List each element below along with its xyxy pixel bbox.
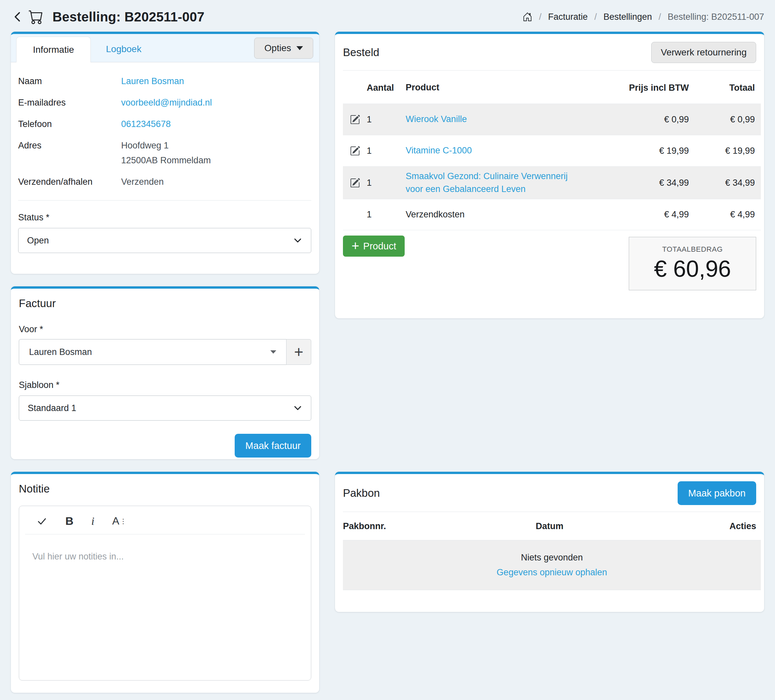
notes-input[interactable]: Vul hier uw notities in... [19,534,311,634]
italic-icon[interactable]: i [91,515,95,527]
chevron-down-icon [293,236,302,245]
field-label: E-mailadres [18,98,121,108]
order-detail-page: Bestelling: B202511-007 / Facturatie / B… [0,0,775,700]
field-label: Naam [18,76,121,86]
field-label: Telefoon [18,119,121,129]
opties-button[interactable]: Opties [254,38,313,59]
triangle-down-icon [270,350,276,353]
add-product-label: Product [363,241,396,252]
info-row-telefoon: Telefoon 0612345678 [18,119,311,129]
table-row: 1 Verzendkosten € 4,99 € 4,99 [343,199,761,230]
empty-state-text: Niets gevonden [521,552,583,563]
info-row-adres: Adres Hoofdweg 1 12500AB Rommeldam [18,141,311,166]
caret-down-icon [296,46,303,50]
phone-link[interactable]: 0612345678 [121,119,171,129]
back-button[interactable] [11,9,24,25]
home-icon [522,12,532,22]
check-icon[interactable] [36,516,48,527]
font-size-icon[interactable]: A⋮ [112,515,126,527]
qty-cell: 1 [367,209,406,220]
product-link[interactable]: Smaakvol Gezond: Culinaire Verwennerij v… [406,171,568,194]
status-select[interactable]: Open [18,228,311,253]
pencil-square-icon [350,146,360,156]
pakbon-table-header: Pakbonnr. Datum Acties [335,512,764,540]
field-label: Adres [18,141,121,166]
product-link[interactable]: Vitamine C-1000 [406,146,472,155]
besteld-card: Besteld Verwerk retournering Aantal Prod… [335,32,764,318]
tab-informatie[interactable]: Informatie [16,36,91,62]
tab-strip: Informatie Logboek Opties [11,34,319,62]
maak-factuur-button[interactable]: Maak factuur [234,434,311,458]
edit-row-button[interactable] [349,144,361,158]
customer-name-link[interactable]: Lauren Bosman [121,76,184,86]
breadcrumb-facturatie[interactable]: Facturatie [548,12,588,22]
breadcrumb-current: Bestelling: B202511-007 [668,12,764,22]
total-cell: € 34,99 [690,178,761,188]
chevron-down-icon [293,403,302,413]
product-link[interactable]: Wierook Vanille [406,114,467,124]
maak-pakbon-button[interactable]: Maak pakbon [678,481,756,505]
top-bar: Bestelling: B202511-007 / Facturatie / B… [11,6,764,28]
add-product-button[interactable]: + Product [343,236,405,257]
maak-pakbon-label: Maak pakbon [688,488,746,499]
address-value: Hoofdweg 1 12500AB Rommeldam [121,141,211,166]
order-items-table: Aantal Product Prijs incl BTW Totaal 1 W… [335,71,764,230]
total-cell: € 4,99 [690,209,761,220]
reload-data-link[interactable]: Gegevens opnieuw ophalen [497,567,607,577]
info-row-naam: Naam Lauren Bosman [18,76,311,86]
factuur-card-title: Factuur [19,297,311,310]
italic-glyph: i [91,515,95,527]
shopping-cart-icon [28,10,44,24]
sjabloon-select[interactable]: Standaard 1 [19,395,311,421]
voor-select-value: Lauren Bosman [29,347,92,357]
verwerk-retournering-button[interactable]: Verwerk retournering [651,42,756,63]
voor-label: Voor * [19,324,311,335]
font-dots-glyph: ⋮ [120,517,126,525]
table-row: 1 Smaakvol Gezond: Culinaire Verwennerij… [343,166,761,199]
shipping-method-value: Verzenden [121,177,164,187]
address-line1: Hoofdweg 1 [121,141,211,151]
notitie-card-title: Notitie [19,483,311,495]
sjabloon-select-value: Standaard 1 [28,403,76,413]
pencil-square-icon [350,178,360,188]
col-acties: Acties [619,521,756,531]
pakbon-card: Pakbon Maak pakbon Pakbonnr. Datum Actie… [335,472,764,612]
info-row-email: E-mailadres voorbeeld@mijndiad.nl [18,98,311,108]
breadcrumb-separator: / [594,12,597,22]
price-cell: € 0,99 [581,114,690,125]
address-line2: 12500AB Rommeldam [121,155,211,166]
breadcrumb-separator: / [539,12,542,22]
total-cell: € 0,99 [690,114,761,125]
edit-row-button[interactable] [349,113,361,126]
col-pakbonnr: Pakbonnr. [343,521,481,531]
bold-glyph: B [65,514,73,527]
empty-state: Niets gevonden Gegevens opnieuw ophalen [343,540,761,590]
qty-cell: 1 [367,178,406,188]
voor-select[interactable]: Lauren Bosman [19,339,286,365]
breadcrumb-bestellingen[interactable]: Bestellingen [604,12,652,22]
bold-icon[interactable]: B [65,514,73,527]
col-datum: Datum [481,521,618,531]
product-name: Verzendkosten [406,208,581,221]
informatie-body: Naam Lauren Bosman E-mailadres voorbeeld… [11,62,319,253]
table-header-row: Aantal Product Prijs incl BTW Totaal [343,71,761,104]
breadcrumb: / Facturatie / Bestellingen / Bestelling… [522,12,764,22]
notitie-card: Notitie B i A⋮ [11,472,319,693]
notes-placeholder: Vul hier uw notities in... [32,552,124,561]
total-value: € 60,96 [654,255,731,282]
field-label: Verzenden/afhalen [18,177,121,187]
table-row: 1 Wierook Vanille € 0,99 € 0,99 [343,104,761,135]
pencil-square-icon [350,114,360,125]
info-row-verzenden: Verzenden/afhalen Verzenden [18,177,311,187]
tab-informatie-label: Informatie [33,45,74,55]
tab-logboek[interactable]: Logboek [91,36,156,62]
editor-toolbar: B i A⋮ [19,506,311,534]
add-contact-button[interactable]: + [286,339,311,365]
email-link[interactable]: voorbeeld@mijndiad.nl [121,98,212,108]
col-prijs: Prijs incl BTW [581,83,690,93]
breadcrumb-home[interactable] [522,12,532,22]
price-cell: € 19,99 [581,146,690,156]
edit-row-button[interactable] [349,176,361,189]
divider [18,200,311,201]
factuur-card: Factuur Voor * Lauren Bosman + Sjabloon … [11,286,319,459]
